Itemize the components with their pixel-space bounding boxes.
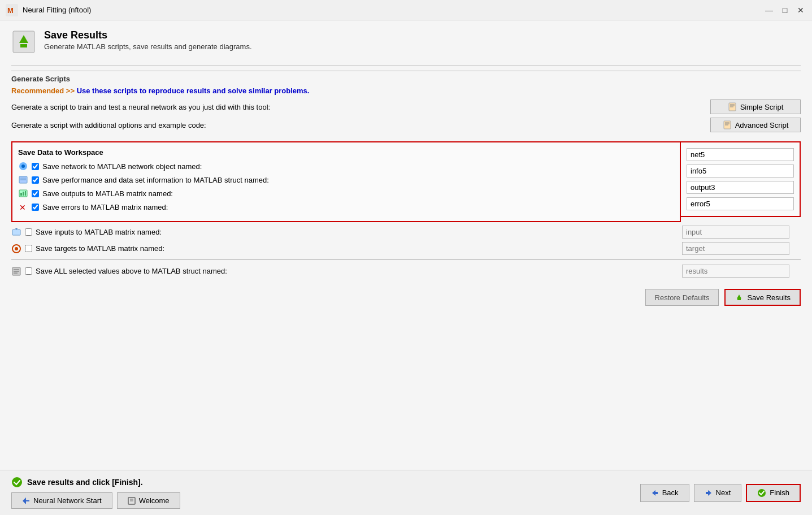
header-section: Save Results Generate MATLAB scripts, sa… — [11, 29, 801, 54]
welcome-label: Welcome — [139, 496, 170, 505]
svg-rect-23 — [12, 230, 20, 235]
close-button[interactable]: ✕ — [795, 5, 806, 16]
error-name-input[interactable] — [687, 197, 794, 210]
save-performance-row: Save performance and data set informatio… — [18, 175, 672, 185]
save-all-checkbox[interactable] — [25, 267, 32, 275]
svg-text:M: M — [7, 6, 14, 15]
save-targets-checkbox[interactable] — [25, 245, 32, 252]
save-targets-label: Save targets to MATLAB matrix named: — [36, 244, 164, 253]
save-inputs-row: Save inputs to MATLAB matrix named: — [11, 226, 801, 239]
output-icon — [18, 188, 28, 198]
finish-button[interactable]: Finish — [746, 484, 801, 502]
svg-point-34 — [12, 477, 22, 487]
svg-marker-35 — [23, 497, 29, 504]
action-buttons-row: Restore Defaults Save Results — [11, 289, 801, 306]
save-all-left: Save ALL selected values above to MATLAB… — [11, 266, 227, 276]
all-name-input[interactable] — [682, 265, 789, 278]
input-name-input[interactable] — [682, 226, 789, 239]
generate-scripts-label: Generate Scripts — [11, 71, 801, 83]
workspace-title: Save Data to Workspace — [18, 148, 672, 157]
network-name-input[interactable] — [687, 148, 794, 161]
save-network-row: Save network to MATLAB network object na… — [18, 161, 672, 171]
titlebar-left: M Neural Fitting (nftool) — [6, 4, 91, 16]
next-icon — [705, 489, 713, 497]
svg-rect-21 — [25, 191, 26, 196]
save-inputs-label: Save inputs to MATLAB matrix named: — [36, 228, 162, 236]
svg-point-14 — [21, 165, 25, 168]
svg-rect-33 — [737, 298, 741, 300]
recommended-desc: Use these scripts to reproduce results a… — [77, 86, 310, 95]
dataset-icon — [18, 175, 28, 185]
save-performance-checkbox[interactable] — [32, 176, 39, 184]
titlebar-controls: — □ ✕ — [763, 5, 806, 16]
page-subtitle: Generate MATLAB scripts, save results an… — [44, 42, 252, 51]
status-text: Save results and click [Finish]. — [27, 478, 143, 487]
save-results-button[interactable]: Save Results — [724, 289, 801, 306]
titlebar: M Neural Fitting (nftool) — □ ✕ — [0, 0, 812, 20]
save-performance-label: Save performance and data set informatio… — [42, 176, 269, 184]
save-errors-checkbox[interactable] — [32, 204, 39, 211]
advanced-script-btn-label: Advanced Script — [735, 121, 789, 129]
simple-script-btn-label: Simple Script — [740, 103, 784, 111]
inputs-box — [681, 141, 801, 217]
header-text: Save Results Generate MATLAB scripts, sa… — [44, 29, 252, 51]
neural-start-icon — [22, 497, 30, 505]
network-icon — [18, 161, 28, 171]
svg-marker-32 — [737, 295, 741, 298]
maximize-button[interactable]: □ — [779, 5, 791, 16]
output-name-input[interactable] — [687, 181, 794, 194]
neural-start-label: Neural Network Start — [33, 496, 102, 505]
save-all-label: Save ALL selected values above to MATLAB… — [36, 267, 227, 275]
advanced-script-button[interactable]: Advanced Script — [710, 118, 801, 132]
save-inputs-left: Save inputs to MATLAB matrix named: — [11, 227, 162, 237]
save-errors-label: Save errors to MATLAB matrix named: — [42, 203, 168, 211]
welcome-icon — [128, 497, 136, 505]
save-targets-row: Save targets to MATLAB matrix named: — [11, 242, 801, 255]
welcome-button[interactable]: Welcome — [117, 492, 180, 509]
restore-defaults-button[interactable]: Restore Defaults — [645, 289, 719, 306]
bottom-bar: Save results and click [Finish]. Neural … — [0, 470, 812, 515]
svg-text:✕: ✕ — [19, 203, 26, 212]
script-icon — [728, 102, 737, 111]
error-icon: ✕ — [18, 202, 28, 212]
save-outputs-label: Save outputs to MATLAB matrix named: — [42, 189, 173, 198]
save-network-label: Save network to MATLAB network object na… — [42, 162, 202, 171]
svg-rect-4 — [20, 44, 27, 47]
save-inputs-checkbox[interactable] — [25, 228, 32, 236]
finish-label: Finish — [770, 488, 789, 497]
advanced-script-label: Generate a script with additional option… — [11, 121, 206, 129]
save-outputs-checkbox[interactable] — [32, 190, 39, 197]
header-separator — [11, 66, 801, 66]
bottom-status: Save results and click [Finish]. — [11, 477, 180, 488]
page-title: Save Results — [44, 29, 252, 41]
save-results-btn-icon — [735, 293, 744, 302]
titlebar-title: Neural Fitting (nftool) — [23, 6, 91, 14]
workspace-area: Save Data to Workspace Save network to M… — [11, 141, 801, 222]
svg-rect-20 — [23, 192, 24, 196]
target-name-input[interactable] — [682, 242, 789, 255]
recommended-prefix: Recommended >> — [11, 86, 75, 95]
svg-marker-39 — [652, 490, 658, 496]
save-outputs-row: Save outputs to MATLAB matrix named: — [18, 188, 672, 198]
back-label: Back — [662, 488, 679, 497]
status-check-icon — [11, 477, 23, 488]
bottom-left-buttons: Neural Network Start Welcome — [11, 492, 180, 509]
neural-network-start-button[interactable]: Neural Network Start — [11, 492, 112, 509]
info-name-input[interactable] — [687, 165, 794, 178]
main-content: Save Results Generate MATLAB scripts, sa… — [0, 20, 812, 470]
bottom-left: Save results and click [Finish]. Neural … — [11, 477, 180, 509]
save-all-row: Save ALL selected values above to MATLAB… — [11, 265, 801, 278]
save-results-btn-label: Save Results — [747, 293, 791, 302]
recommended-text: Recommended >> Use these scripts to repr… — [11, 86, 309, 95]
svg-rect-19 — [20, 193, 22, 196]
simple-script-button[interactable]: Simple Script — [710, 99, 801, 114]
simple-script-label: Generate a script to train and test a ne… — [11, 103, 270, 111]
save-network-checkbox[interactable] — [32, 163, 39, 170]
next-button[interactable]: Next — [694, 484, 742, 502]
matlab-logo-icon: M — [6, 4, 18, 16]
advanced-script-row: Generate a script with additional option… — [11, 118, 801, 132]
back-button[interactable]: Back — [640, 484, 689, 502]
minimize-button[interactable]: — — [763, 5, 775, 16]
svg-point-27 — [15, 247, 18, 250]
next-label: Next — [716, 488, 731, 497]
